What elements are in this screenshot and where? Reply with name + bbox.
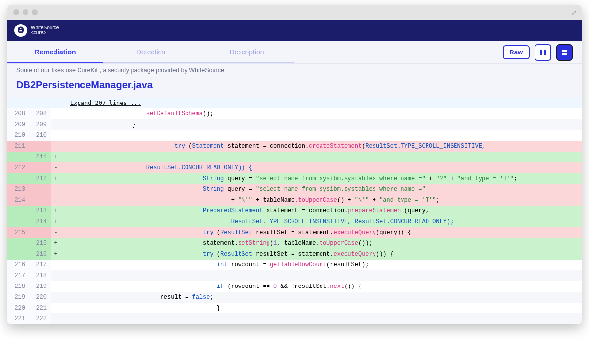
old-line-number — [7, 216, 29, 227]
columns-icon — [539, 49, 547, 56]
raw-button[interactable]: Raw — [503, 45, 530, 59]
expand-lines-button[interactable]: Expand 207 lines ... — [7, 98, 582, 108]
diff-line: 218219 if (rowcount == 0 && !resultSet.n… — [7, 281, 582, 292]
diff-line: 220221 } — [7, 303, 582, 313]
old-line-number: 209 — [7, 119, 29, 130]
diff-line: 209209 } — [7, 119, 582, 130]
code-content: if (rowcount == 0 && !resultSet.next()) … — [61, 281, 582, 292]
new-line-number: 222 — [29, 313, 51, 324]
diff-marker: + — [51, 173, 61, 184]
expand-window-icon[interactable]: ⤢ — [571, 9, 577, 16]
diff-line: 215- try (ResultSet resultSet = statemen… — [7, 227, 582, 238]
diff-marker — [51, 303, 61, 313]
brand-logo-icon — [14, 24, 27, 37]
diff-marker: + — [51, 206, 61, 216]
diff-marker — [51, 313, 61, 324]
tab-description[interactable]: Description — [199, 41, 294, 63]
context-suffix: , a security package provided by WhiteSo… — [98, 67, 226, 74]
window-controls — [13, 9, 38, 15]
diff-line: 211- try (Statement statement = connecti… — [7, 141, 582, 152]
new-line-number — [29, 162, 51, 173]
code-content: PreparedStatement statement = connection… — [61, 206, 582, 216]
code-content: statement.setString(1, tableName.toUpper… — [61, 238, 582, 249]
old-line-number — [7, 152, 29, 162]
maximize-window-icon[interactable] — [32, 9, 38, 15]
diff-marker — [51, 292, 61, 303]
old-line-number: 212 — [7, 162, 29, 173]
diff-line: 211+ — [7, 152, 582, 162]
code-content: result = false; — [61, 292, 582, 303]
toolbar-actions: Raw — [503, 44, 582, 61]
new-line-number: 210 — [29, 130, 51, 141]
new-line-number: 219 — [29, 281, 51, 292]
diff-marker: + — [51, 216, 61, 227]
old-line-number — [7, 206, 29, 216]
titlebar: ⤢ — [7, 5, 582, 20]
tab-detection[interactable]: Detection — [103, 41, 199, 63]
brand-bar: WhiteSource <cure> — [7, 20, 582, 41]
diff-line: 208208 setDefaultSchema(); — [7, 108, 582, 119]
diff-marker: - — [51, 162, 61, 173]
old-line-number: 216 — [7, 260, 29, 270]
code-content: int rowcount = getTableRowCount(resultSe… — [61, 260, 582, 270]
old-line-number: 215 — [7, 227, 29, 238]
curekit-link[interactable]: CureKit — [77, 67, 98, 74]
file-name: DB2PersistenceManager.java — [7, 78, 582, 98]
svg-rect-3 — [562, 53, 567, 55]
diff-marker: - — [51, 227, 61, 238]
new-line-number: 216 — [29, 249, 51, 260]
new-line-number: 218 — [29, 270, 51, 281]
code-content: try (Statement statement = connection.cr… — [61, 141, 582, 152]
diff-line: 213+ PreparedStatement statement = conne… — [7, 206, 582, 216]
diff-body: 208208 setDefaultSchema();209209 }210210… — [7, 108, 582, 324]
diff-marker: + — [51, 152, 61, 162]
old-line-number — [7, 249, 29, 260]
code-content — [61, 152, 582, 162]
new-line-number — [29, 227, 51, 238]
old-line-number: 210 — [7, 130, 29, 141]
new-line-number: 212 — [29, 173, 51, 184]
code-content: try (ResultSet resultSet = statement.exe… — [61, 249, 582, 260]
old-line-number: 213 — [7, 184, 29, 195]
diff-line: 216+ try (ResultSet resultSet = statemen… — [7, 249, 582, 260]
old-line-number: 219 — [7, 292, 29, 303]
context-note: Some of our fixes use CureKit , a securi… — [7, 64, 582, 78]
code-content: String query = "select name from sysibm.… — [61, 184, 582, 195]
svg-rect-1 — [544, 50, 546, 55]
diff-marker — [51, 119, 61, 130]
new-line-number: 215 — [29, 238, 51, 249]
close-window-icon[interactable] — [13, 9, 19, 15]
diff-line: 215+ statement.setString(1, tableName.to… — [7, 238, 582, 249]
code-content: setDefaultSchema(); — [61, 108, 582, 119]
diff-marker — [51, 108, 61, 119]
diff-marker: + — [51, 249, 61, 260]
diff-line: 212+ String query = "select name from sy… — [7, 173, 582, 184]
svg-rect-0 — [540, 50, 542, 55]
code-content — [61, 313, 582, 324]
old-line-number: 217 — [7, 270, 29, 281]
new-line-number — [29, 141, 51, 152]
old-line-number — [7, 238, 29, 249]
tab-remediation[interactable]: Remediation — [7, 41, 103, 63]
diff-line: 210210 — [7, 130, 582, 141]
new-line-number: 209 — [29, 119, 51, 130]
new-line-number: 211 — [29, 152, 51, 162]
code-content — [61, 130, 582, 141]
code-content: ResultSet.TYPE_SCROLL_INSENSITIVE, Resul… — [61, 216, 582, 227]
brand-text: WhiteSource <cure> — [31, 26, 59, 36]
diff-marker — [51, 270, 61, 281]
svg-rect-2 — [562, 50, 567, 52]
old-line-number — [7, 173, 29, 184]
diff-marker — [51, 260, 61, 270]
new-line-number: 220 — [29, 292, 51, 303]
minimize-window-icon[interactable] — [23, 9, 28, 15]
unified-view-button[interactable] — [556, 44, 573, 61]
old-line-number: 218 — [7, 281, 29, 292]
new-line-number — [29, 195, 51, 206]
new-line-number: 214 — [29, 216, 51, 227]
side-by-side-button[interactable] — [535, 44, 551, 61]
app-window: ⤢ WhiteSource <cure> Remediation Detecti… — [7, 5, 582, 324]
code-content: + "\'" + tableName.toUpperCase() + "\'" … — [61, 195, 582, 206]
old-line-number: 214 — [7, 195, 29, 206]
context-prefix: Some of our fixes use — [16, 67, 77, 74]
